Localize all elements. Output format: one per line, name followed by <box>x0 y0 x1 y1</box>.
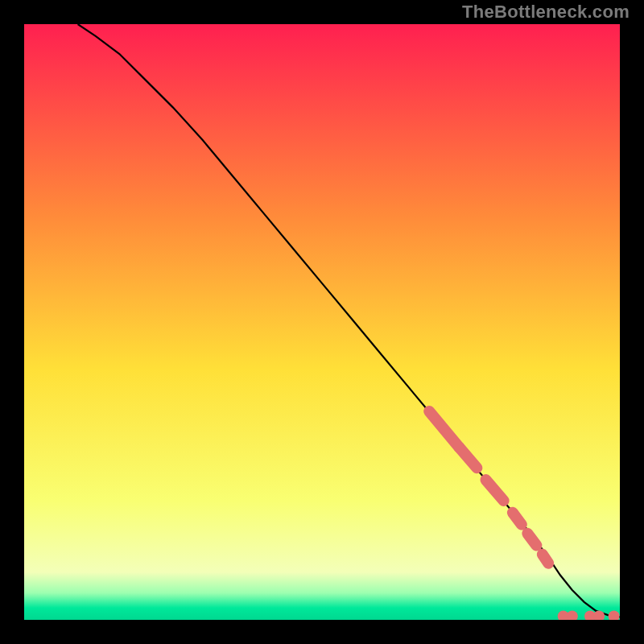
chart-frame: TheBottleneck.com <box>0 0 644 644</box>
highlight-segment <box>513 513 522 525</box>
highlight-segment <box>527 534 536 546</box>
highlight-segment <box>543 555 548 564</box>
watermark-text: TheBottleneck.com <box>462 2 630 23</box>
plot-area <box>24 24 620 620</box>
chart-svg <box>24 24 620 620</box>
